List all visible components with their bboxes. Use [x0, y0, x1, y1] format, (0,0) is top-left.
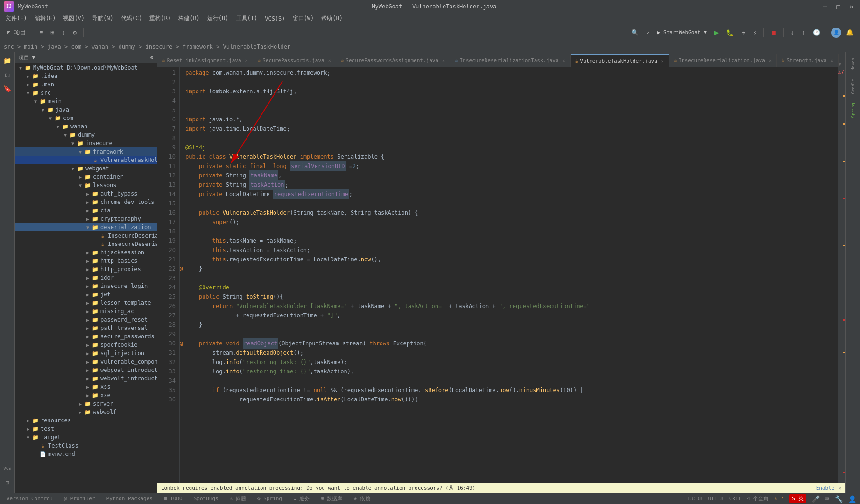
tree-insecure-login[interactable]: ▶ 📁 insecure_login: [15, 282, 157, 290]
git-icon[interactable]: VCS: [1, 462, 14, 475]
menu-run[interactable]: 运行(U): [204, 14, 233, 23]
tree-chrome-dev-tools[interactable]: ▶ 📁 chrome_dev_tools: [15, 198, 157, 206]
tree-com[interactable]: ▼ 📁 com: [15, 114, 157, 122]
tab-secure-passwords-close[interactable]: ✕: [328, 58, 331, 63]
tree-webwolf-intro[interactable]: ▶ 📁 webwolf_introduction: [15, 374, 157, 383]
tree-main[interactable]: ▼ 📁 main: [15, 97, 157, 105]
tree-idea[interactable]: ▶ 📁 .idea: [15, 72, 157, 80]
toolbar-icon-1[interactable]: ≡: [37, 28, 46, 37]
tree-webgoat[interactable]: ▼ 📁 webgoat: [15, 164, 157, 173]
tab-insecure-deser-close[interactable]: ✕: [769, 58, 772, 63]
profiler-tab[interactable]: @ Profiler: [61, 495, 98, 503]
tree-http-basics[interactable]: ▶ 📁 http_basics: [15, 257, 157, 265]
tree-cryptography[interactable]: ▶ 📁 cryptography: [15, 215, 157, 223]
ime-indicator[interactable]: S 英: [789, 494, 806, 503]
structure-icon[interactable]: 🗂: [1, 68, 14, 81]
tree-idor[interactable]: ▶ 📁 idor: [15, 273, 157, 282]
tree-secure-passwords[interactable]: ▶ 📁 secure_passwords: [15, 332, 157, 341]
tree-insecure-deser-task[interactable]: ▶ ☕ InsecureDeserializationTask: [15, 240, 157, 248]
tree-password-reset[interactable]: ▶ 📁 password_reset: [15, 315, 157, 324]
tab-insecure-deser-task-close[interactable]: ✕: [563, 58, 565, 63]
menu-window[interactable]: 窗口(W): [289, 14, 318, 23]
tab-strength[interactable]: ☕ Strength.java ✕: [777, 54, 839, 67]
tree-test[interactable]: ▶ 📁 test: [15, 425, 157, 433]
maven-icon[interactable]: Maven: [846, 54, 860, 74]
tree-webgoat-intro[interactable]: ▶ 📁 webgoat_introduction: [15, 366, 157, 374]
run-config[interactable]: ▶ StartWebGoat ▼: [655, 28, 710, 37]
vcs-update[interactable]: ↓: [788, 28, 797, 37]
tree-sql-injection[interactable]: ▶ 📁 sql_injection: [15, 349, 157, 357]
tree-mvnw-cmd[interactable]: ▶ 📄 mvnw.cmd: [15, 450, 157, 458]
dependencies-tab[interactable]: ◈ 依赖: [351, 494, 373, 503]
notifications[interactable]: 🔔: [843, 28, 856, 37]
tab-vulnerable-task-holder[interactable]: ☕ VulnerableTaskHolder.java ✕: [571, 54, 669, 67]
problems-tab[interactable]: ⚠ 问题: [227, 494, 249, 503]
python-packages-tab[interactable]: Python Packages: [104, 495, 155, 503]
lombok-dismiss-button[interactable]: ✕: [838, 485, 841, 491]
user-icon[interactable]: 👤: [831, 28, 841, 38]
vcs-push[interactable]: ↑: [799, 28, 808, 37]
code-editor[interactable]: package com.wanan.dummy.insecure.framewo…: [180, 67, 838, 483]
tree-framework[interactable]: ▼ 📁 framework: [15, 147, 157, 156]
tree-xxe[interactable]: ▶ 📁 xxe: [15, 391, 157, 399]
project-button[interactable]: ◩ 项目: [4, 27, 29, 38]
spring-panel-icon[interactable]: Spring: [846, 99, 860, 122]
menu-edit[interactable]: 编辑(E): [31, 14, 60, 23]
vcs-history[interactable]: 🕐: [810, 28, 823, 37]
bottom-panel-icon[interactable]: ⊞: [1, 476, 14, 489]
tree-lesson-template[interactable]: ▶ 📁 lesson_template: [15, 299, 157, 307]
todo-tab[interactable]: ≡ TODO: [161, 495, 185, 503]
database-tab[interactable]: ⊞ 数据库: [318, 494, 345, 503]
profile-button[interactable]: ⚡: [750, 28, 760, 38]
menu-tools[interactable]: 工具(T): [233, 14, 261, 23]
tab-secure-pw-assign-close[interactable]: ✕: [442, 58, 445, 63]
maximize-button[interactable]: □: [833, 2, 843, 11]
sidebar-actions[interactable]: ⚙: [150, 55, 153, 61]
stop-button[interactable]: ⏹: [768, 28, 780, 38]
menu-code[interactable]: 代码(C): [117, 14, 146, 23]
tree-insecure[interactable]: ▼ 📁 insecure: [15, 139, 157, 147]
close-button[interactable]: ✕: [847, 2, 856, 11]
version-control-tab[interactable]: Version Control: [4, 495, 56, 503]
minimize-button[interactable]: ─: [820, 2, 830, 11]
menu-build[interactable]: 构建(B): [175, 14, 204, 23]
debug-button[interactable]: 🐛: [723, 28, 737, 38]
line-ending-status[interactable]: CRLF: [729, 496, 742, 502]
tree-auth-bypass[interactable]: ▶ 📁 auth_bypass: [15, 189, 157, 198]
tree-http-proxies[interactable]: ▶ 📁 http_proxies: [15, 265, 157, 273]
tree-container[interactable]: ▶ 📁 container: [15, 173, 157, 181]
tree-server[interactable]: ▶ 📁 server: [15, 399, 157, 408]
toolbar-commit[interactable]: ✓: [643, 28, 653, 37]
toolbar-icon-2[interactable]: ⊞: [48, 28, 57, 37]
lombok-enable-button[interactable]: Enable: [816, 485, 835, 491]
coverage-button[interactable]: ☂: [739, 28, 748, 38]
menu-refactor[interactable]: 重构(R): [146, 14, 175, 23]
services-tab[interactable]: ☁ 服务: [290, 494, 312, 503]
spring-tab[interactable]: ✿ Spring: [254, 495, 285, 503]
encoding-status[interactable]: UTF-8: [708, 496, 724, 502]
tab-secure-passwords[interactable]: ☕ SecurePasswords.java ✕: [253, 54, 336, 67]
menu-navigate[interactable]: 导航(N): [88, 14, 117, 23]
toolbar-search[interactable]: 🔍: [628, 28, 641, 37]
bookmark-icon[interactable]: 🔖: [1, 82, 14, 95]
tree-spoofcookie[interactable]: ▶ 📁 spoofcookie: [15, 341, 157, 349]
run-button[interactable]: ▶: [712, 27, 722, 38]
tab-strength-close[interactable]: ✕: [831, 58, 833, 63]
tree-webwolf[interactable]: ▶ 📁 webwolf: [15, 408, 157, 416]
tree-vuln-components[interactable]: ▶ 📁 vulnerable_components: [15, 357, 157, 366]
tree-vulnerable-task-holder[interactable]: ▶ ☕ VulnerableTaskHolder: [15, 156, 157, 164]
tree-xss[interactable]: ▶ 📁 xss: [15, 383, 157, 391]
tree-target[interactable]: ▼ 📁 target: [15, 433, 157, 441]
tree-mvn[interactable]: ▶ 📁 .mvn: [15, 80, 157, 89]
tab-reset-link[interactable]: ☕ ResetLinkAssignment.java ✕: [157, 54, 253, 67]
tab-reset-link-close[interactable]: ✕: [245, 58, 248, 63]
tree-insecure-deser[interactable]: ▶ ☕ InsecureDeserialization: [15, 231, 157, 240]
menu-file[interactable]: 文件(F): [2, 14, 31, 23]
tab-insecure-deser[interactable]: ☕ InsecureDeserialization.java ✕: [669, 54, 777, 67]
project-panel-icon[interactable]: 📁: [1, 54, 14, 67]
tab-more-button[interactable]: ▼: [839, 62, 841, 67]
tree-wanan[interactable]: ▼ 📁 wanan: [15, 122, 157, 131]
toolbar-icon-3[interactable]: ↕: [59, 28, 68, 37]
tree-missing-ac[interactable]: ▶ 📁 missing_ac: [15, 307, 157, 315]
tree-cia[interactable]: ▶ 📁 cia: [15, 206, 157, 215]
